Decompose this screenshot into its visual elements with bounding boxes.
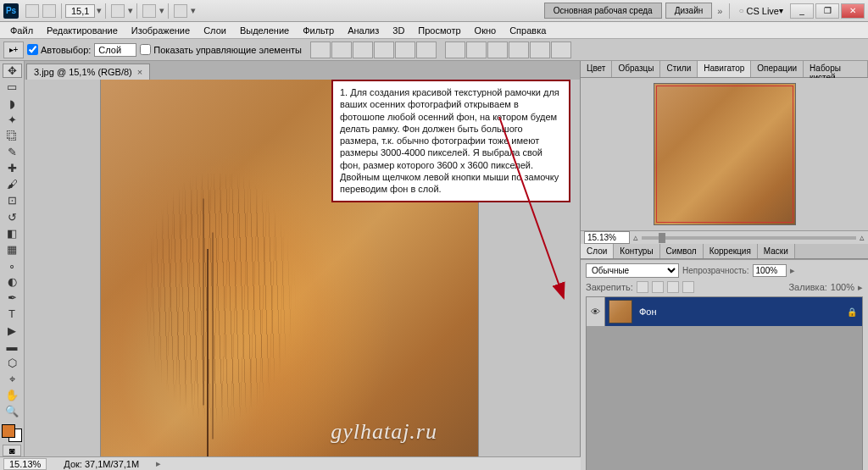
auto-select-checkbox[interactable] <box>27 44 38 55</box>
menu-view[interactable]: Просмотр <box>411 24 467 37</box>
show-controls-check[interactable]: Показать управляющие элементы <box>140 44 302 55</box>
align-top-icon[interactable] <box>310 41 331 58</box>
blend-mode-select[interactable]: Обычные <box>586 263 679 278</box>
tab-brushes[interactable]: Наборы кистей <box>804 61 868 77</box>
chevron-down-icon[interactable]: ▾ <box>159 5 164 16</box>
auto-select-mode-select[interactable]: Слой <box>94 43 136 57</box>
dist-right-icon[interactable] <box>551 41 571 58</box>
menu-select[interactable]: Выделение <box>233 24 296 37</box>
tab-layers[interactable]: Слои <box>581 244 614 258</box>
lock-icon[interactable]: 🔒 <box>847 307 862 317</box>
canvas-surface[interactable]: gylhataj.ru 1. Для создания красивой тек… <box>25 80 580 456</box>
zoom-display[interactable]: 15,1 <box>65 4 95 18</box>
align-right-icon[interactable] <box>416 41 437 58</box>
layer-thumbnail[interactable] <box>609 300 632 323</box>
tab-actions[interactable]: Операции <box>751 61 804 77</box>
eraser-tool-icon[interactable]: ◧ <box>3 226 22 241</box>
menu-analysis[interactable]: Анализ <box>341 24 386 37</box>
pen-tool-icon[interactable]: ✒ <box>3 290 22 305</box>
lasso-tool-icon[interactable]: ◗ <box>3 97 22 111</box>
maximize-button[interactable]: ❐ <box>815 3 839 19</box>
status-zoom[interactable]: 15.13% <box>3 458 47 470</box>
dist-vcenter-icon[interactable] <box>466 41 487 58</box>
menu-window[interactable]: Окно <box>468 24 504 37</box>
menu-file[interactable]: Файл <box>3 24 40 37</box>
tab-info[interactable]: Символ <box>660 244 704 258</box>
chevron-right-icon[interactable]: ▸ <box>858 282 863 293</box>
navigator-zoom-field[interactable]: 15.13% <box>584 231 630 244</box>
tab-paths[interactable]: Контуры <box>614 244 659 258</box>
chevron-right-icon[interactable]: ▸ <box>156 458 161 469</box>
stamp-tool-icon[interactable]: ⊡ <box>3 193 22 207</box>
show-controls-checkbox[interactable] <box>140 44 151 55</box>
menu-filter[interactable]: Фильтр <box>296 24 341 37</box>
align-bottom-icon[interactable] <box>353 41 373 58</box>
minimize-button[interactable]: _ <box>790 3 814 19</box>
brush-tool-icon[interactable]: 🖌 <box>3 177 22 191</box>
visibility-eye-icon[interactable]: 👁 <box>587 297 605 326</box>
lock-all-icon[interactable] <box>682 281 694 293</box>
menu-help[interactable]: Справка <box>503 24 553 37</box>
screenmode-icon[interactable] <box>174 4 187 18</box>
workspace-main-button[interactable]: Основная рабочая среда <box>544 3 662 19</box>
history-brush-tool-icon[interactable]: ↺ <box>3 210 22 224</box>
chevron-down-icon[interactable]: ▾ <box>97 5 102 16</box>
bridge-icon[interactable] <box>25 4 39 18</box>
wand-tool-icon[interactable]: ✦ <box>3 113 22 127</box>
type-tool-icon[interactable]: T <box>3 307 22 321</box>
chevron-down-icon[interactable]: ▾ <box>191 5 196 16</box>
align-vcenter-icon[interactable] <box>331 41 352 58</box>
move-tool-icon[interactable]: ✥ <box>3 64 22 78</box>
3d-tool-icon[interactable]: ⬡ <box>3 356 22 370</box>
menu-3d[interactable]: 3D <box>386 24 411 37</box>
tab-styles[interactable]: Стили <box>660 61 698 77</box>
close-tab-icon[interactable]: × <box>137 67 142 77</box>
dodge-tool-icon[interactable]: ◐ <box>3 274 22 289</box>
3d-camera-tool-icon[interactable]: ⌖ <box>3 372 22 386</box>
menu-image[interactable]: Изображение <box>125 24 197 37</box>
layer-empty-area[interactable] <box>587 326 862 470</box>
opacity-field[interactable]: 100% <box>753 264 787 277</box>
layer-name-label[interactable]: Фон <box>636 307 847 317</box>
move-tool-preset-icon[interactable]: ▸+ <box>3 41 24 58</box>
align-hcenter-icon[interactable] <box>395 41 415 58</box>
chevron-down-icon[interactable]: ▾ <box>128 5 133 16</box>
zoom-tool-icon[interactable]: 🔍 <box>3 404 22 418</box>
gradient-tool-icon[interactable]: ▦ <box>3 242 22 257</box>
auto-select-check[interactable]: Автовыбор: <box>27 44 91 55</box>
zoom-out-icon[interactable]: ▵ <box>633 232 638 243</box>
tab-masks[interactable]: Маски <box>758 244 795 258</box>
menu-edit[interactable]: Редактирование <box>40 24 125 37</box>
layer-row[interactable]: 👁 Фон 🔒 <box>587 297 862 326</box>
document-tab[interactable]: 3.jpg @ 15,1% (RGB/8) × <box>26 64 150 80</box>
tab-adjust[interactable]: Коррекция <box>704 244 758 258</box>
close-button[interactable]: ✕ <box>841 3 865 19</box>
path-select-tool-icon[interactable]: ▶ <box>3 323 22 338</box>
dist-hcenter-icon[interactable] <box>530 41 550 58</box>
fg-color-swatch[interactable] <box>2 424 15 438</box>
navigator-thumbnail[interactable] <box>654 83 796 225</box>
lock-position-icon[interactable] <box>667 281 679 293</box>
marquee-tool-icon[interactable]: ▭ <box>3 80 22 94</box>
cslive-button[interactable]: CS Live ▾ <box>738 6 783 16</box>
align-left-icon[interactable] <box>374 41 394 58</box>
tab-swatches[interactable]: Образцы <box>612 61 660 77</box>
crop-tool-icon[interactable]: ⿻ <box>3 129 22 143</box>
hand-tool-icon[interactable]: ✋ <box>3 388 22 402</box>
fill-field[interactable]: 100% <box>831 282 854 292</box>
blur-tool-icon[interactable]: ∘ <box>3 258 22 273</box>
dist-bottom-icon[interactable] <box>487 41 508 58</box>
minibridge-icon[interactable] <box>42 4 56 18</box>
viewextras-icon[interactable] <box>111 4 125 18</box>
arrange-icon[interactable] <box>142 4 156 18</box>
tab-color[interactable]: Цвет <box>581 61 612 77</box>
lock-transparent-icon[interactable] <box>637 281 648 293</box>
navigator-zoom-slider[interactable] <box>642 236 856 240</box>
heal-tool-icon[interactable]: ✚ <box>3 161 22 175</box>
menu-layer[interactable]: Слои <box>197 24 233 37</box>
color-swatches[interactable] <box>2 424 22 442</box>
dist-left-icon[interactable] <box>509 41 529 58</box>
workspace-more-icon[interactable]: » <box>714 6 726 16</box>
dist-top-icon[interactable] <box>445 41 465 58</box>
quickmask-icon[interactable]: ◙ <box>3 445 21 456</box>
